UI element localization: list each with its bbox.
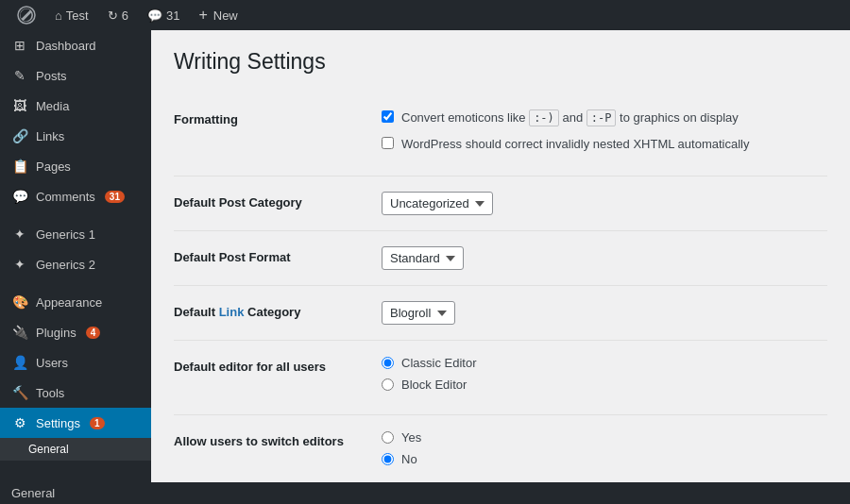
classic-editor-option: Classic Editor xyxy=(382,356,827,370)
sidebar-item-dashboard[interactable]: ⊞ Dashboard xyxy=(0,30,151,60)
block-editor-label: Block Editor xyxy=(401,378,467,392)
comment-icon: 💬 xyxy=(147,8,162,23)
pages-icon: 📋 xyxy=(11,159,28,174)
comments-icon: 💬 xyxy=(11,189,28,204)
classic-editor-radio[interactable] xyxy=(382,357,394,369)
comments-badge: 31 xyxy=(105,191,125,203)
adminbar-site-name[interactable]: ⌂ Test xyxy=(45,0,98,30)
generics2-icon: ✦ xyxy=(11,257,28,272)
switch-yes-radio[interactable] xyxy=(382,431,394,444)
updates-icon: ↻ xyxy=(108,8,118,23)
sidebar-item-generics2[interactable]: ✦ Generics 2 xyxy=(0,249,151,279)
post-format-select[interactable]: Standard xyxy=(382,246,464,270)
post-format-label: Default Post Format xyxy=(174,246,382,270)
appearance-icon: 🎨 xyxy=(11,294,28,310)
link-category-row: Default Link Category Blogroll xyxy=(174,285,827,340)
adminbar-new[interactable]: + New xyxy=(189,0,246,30)
submenu-item-general[interactable]: General xyxy=(0,438,151,461)
emoticon-code1: :-) xyxy=(529,109,559,126)
main-content: Writing Settings Formatting Convert emot… xyxy=(151,30,850,482)
post-format-row: Default Post Format Standard xyxy=(174,230,827,285)
generics1-icon: ✦ xyxy=(11,227,28,242)
allow-switch-label: Allow users to switch editors xyxy=(174,430,382,474)
page-title: Writing Settings xyxy=(174,49,827,75)
link-category-select[interactable]: Blogroll xyxy=(382,301,455,325)
sidebar-item-generics1[interactable]: ✦ Generics 1 xyxy=(0,219,151,249)
switch-yes-option: Yes xyxy=(382,430,827,445)
sidebar-item-plugins[interactable]: 🔌 Plugins 4 xyxy=(0,317,151,347)
link-category-link[interactable]: Link xyxy=(219,305,245,319)
switch-yes-label: Yes xyxy=(401,430,421,445)
wp-logo[interactable] xyxy=(8,6,45,25)
post-category-field: Uncategorized xyxy=(382,192,827,215)
switch-no-label: No xyxy=(401,452,417,466)
formatting-label: Formatting xyxy=(174,109,382,160)
formatting-field: Convert emoticons like :-) and :-P to gr… xyxy=(382,109,827,160)
post-category-select[interactable]: Uncategorized xyxy=(382,192,493,215)
plus-icon: + xyxy=(198,7,207,24)
admin-bar: ⌂ Test ↻ 6 💬 31 + New xyxy=(0,0,850,30)
settings-badge: 1 xyxy=(90,417,105,429)
emoticons-checkbox[interactable] xyxy=(382,110,394,123)
formatting-option2: WordPress should correct invalidly neste… xyxy=(382,135,827,154)
settings-icon: ⚙ xyxy=(11,415,28,430)
home-icon: ⌂ xyxy=(55,8,62,23)
switch-no-option: No xyxy=(382,452,827,466)
link-category-label: Default Link Category xyxy=(174,301,382,325)
sidebar-item-comments[interactable]: 💬 Comments 31 xyxy=(0,181,151,211)
allow-switch-row: Allow users to switch editors Yes No xyxy=(174,414,827,482)
sidebar-item-posts[interactable]: ✎ Posts xyxy=(0,60,151,91)
adminbar-updates[interactable]: ↻ 6 xyxy=(98,0,138,30)
sidebar-item-tools[interactable]: 🔨 Tools xyxy=(0,378,151,408)
sidebar-item-users[interactable]: 👤 Users xyxy=(0,347,151,378)
default-editor-field: Classic Editor Block Editor xyxy=(382,356,827,399)
adminbar-comments[interactable]: 💬 31 xyxy=(138,0,189,30)
links-icon: 🔗 xyxy=(11,128,28,143)
post-category-label: Default Post Category xyxy=(174,192,382,215)
sidebar-item-media[interactable]: 🖼 Media xyxy=(0,91,151,121)
allow-switch-field: Yes No xyxy=(382,430,827,474)
plugins-icon: 🔌 xyxy=(11,325,28,340)
post-format-field: Standard xyxy=(382,246,827,270)
sidebar-item-pages[interactable]: 📋 Pages xyxy=(0,151,151,181)
tools-icon: 🔨 xyxy=(11,385,28,400)
plugins-badge: 4 xyxy=(86,327,101,339)
xhtml-checkbox[interactable] xyxy=(382,137,394,149)
formatting-option1: Convert emoticons like :-) and :-P to gr… xyxy=(382,109,827,127)
posts-icon: ✎ xyxy=(11,68,28,83)
breadcrumb-link[interactable]: General xyxy=(11,486,55,500)
settings-form: Formatting Convert emoticons like :-) an… xyxy=(174,93,827,482)
admin-menu: ⊞ Dashboard ✎ Posts 🖼 Media 🔗 Links 📋 Pa… xyxy=(0,30,151,482)
sidebar-item-links[interactable]: 🔗 Links xyxy=(0,121,151,151)
classic-editor-label: Classic Editor xyxy=(401,356,476,370)
default-editor-row: Default editor for all users Classic Edi… xyxy=(174,340,827,414)
switch-no-radio[interactable] xyxy=(382,453,394,465)
media-icon: 🖼 xyxy=(11,98,28,113)
emoticons-label: Convert emoticons like :-) and :-P to gr… xyxy=(401,109,739,127)
xhtml-label: WordPress should correct invalidly neste… xyxy=(401,135,749,154)
emoticon-code2: :-P xyxy=(586,109,617,126)
default-editor-label: Default editor for all users xyxy=(174,356,382,399)
dashboard-icon: ⊞ xyxy=(11,38,28,53)
post-category-row: Default Post Category Uncategorized xyxy=(174,176,827,230)
users-icon: 👤 xyxy=(11,355,28,370)
block-editor-option: Block Editor xyxy=(382,378,827,392)
block-editor-radio[interactable] xyxy=(382,378,394,391)
sidebar-item-settings[interactable]: ⚙ Settings 1 xyxy=(0,408,151,438)
formatting-row: Formatting Convert emoticons like :-) an… xyxy=(174,93,827,176)
link-category-field: Blogroll xyxy=(382,301,827,325)
sidebar-item-appearance[interactable]: 🎨 Appearance xyxy=(0,287,151,317)
footer-breadcrumb: General xyxy=(0,482,850,504)
